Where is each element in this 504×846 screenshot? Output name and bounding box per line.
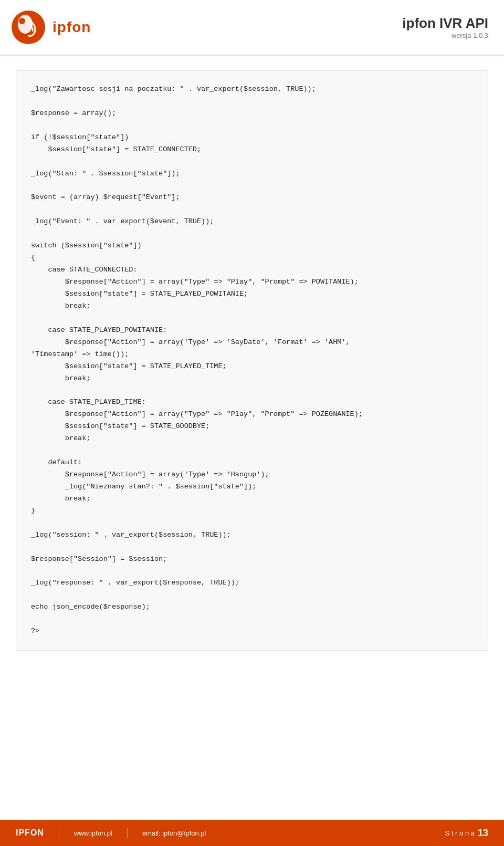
svg-point-1 [18, 15, 33, 34]
footer-left: IPFON www.ipfon.pl email: ipfon@ipfon.pl [16, 828, 206, 838]
footer-website: www.ipfon.pl [74, 829, 112, 837]
page-number-area: S t r o n a 13 [445, 828, 488, 839]
page-label: S t r o n a [445, 829, 475, 837]
page-number: 13 [478, 828, 488, 839]
logo-area: ipfon [10, 9, 91, 45]
ipfon-logo-icon [10, 9, 46, 45]
footer-separator [59, 828, 59, 838]
page-header: ipfon ipfon IVR API wersja 1.0.3 [0, 0, 504, 56]
brand-name: ipfon [52, 19, 91, 36]
code-block: _log("Zawartosc sesji na poczatku: " . v… [16, 70, 488, 651]
footer-separator-2 [127, 828, 128, 838]
main-content: _log("Zawartosc sesji na poczatku: " . v… [0, 56, 504, 672]
header-title: ipfon IVR API [402, 15, 488, 32]
footer-email: email: ipfon@ipfon.pl [142, 829, 206, 837]
header-version: wersja 1.0.3 [402, 32, 488, 39]
svg-point-2 [19, 18, 25, 24]
page-footer: IPFON www.ipfon.pl email: ipfon@ipfon.pl… [0, 820, 504, 846]
footer-brand: IPFON [16, 828, 44, 838]
header-right: ipfon IVR API wersja 1.0.3 [402, 15, 488, 39]
